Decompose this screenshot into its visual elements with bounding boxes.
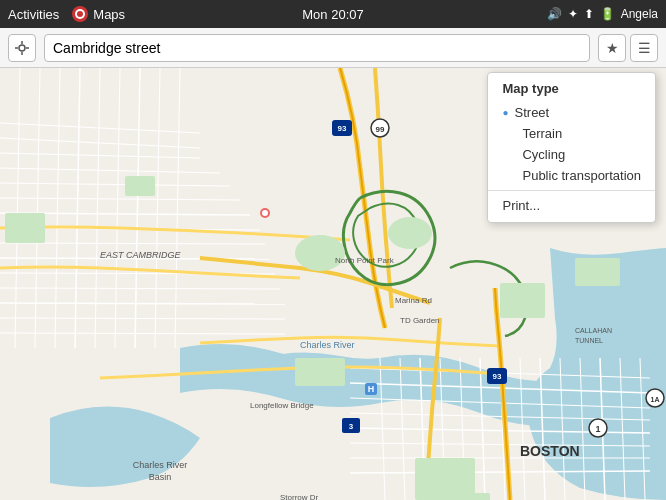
svg-point-58 — [388, 217, 432, 249]
star-icon: ★ — [606, 40, 619, 56]
toolbar: ★ ☰ — [0, 28, 666, 68]
map-type-public-transport[interactable]: Public transportation — [488, 165, 655, 186]
svg-text:H: H — [368, 384, 375, 394]
svg-point-3 — [19, 45, 25, 51]
svg-text:3: 3 — [349, 422, 354, 431]
location-icon — [14, 40, 30, 56]
svg-text:EAST CAMBRIDGE: EAST CAMBRIDGE — [100, 250, 182, 260]
svg-rect-60 — [500, 283, 545, 318]
map-type-menu: Map type Street Terrain Cycling Public t… — [487, 72, 656, 223]
activities-button[interactable]: Activities — [8, 7, 59, 22]
svg-rect-59 — [295, 358, 345, 386]
app-name: Maps — [93, 7, 125, 22]
app-icon — [71, 5, 89, 23]
svg-text:93: 93 — [338, 124, 347, 133]
svg-text:Longfellow Bridge: Longfellow Bridge — [250, 401, 314, 410]
hamburger-icon: ☰ — [638, 40, 651, 56]
svg-text:Storrow Dr: Storrow Dr — [280, 493, 319, 500]
menu-item-label: Cycling — [522, 147, 565, 162]
svg-text:TUNNEL: TUNNEL — [575, 337, 603, 344]
system-tray: 🔊 ✦ ⬆ 🔋 Angela — [547, 7, 658, 21]
print-button[interactable]: Print... — [488, 195, 655, 216]
battery-icon: 🔋 — [600, 7, 615, 21]
map-type-street[interactable]: Street — [488, 102, 655, 123]
clock: Mon 20:07 — [302, 7, 363, 22]
svg-text:North Point Park: North Point Park — [335, 256, 395, 265]
svg-text:TD Garden: TD Garden — [400, 316, 440, 325]
svg-rect-56 — [125, 176, 155, 196]
map-container[interactable]: 93 99 3 1A 20A 93 1 EAST CAMBRIDGE Charl… — [0, 68, 666, 500]
toolbar-right: ★ ☰ — [598, 34, 658, 62]
svg-text:Charles River: Charles River — [133, 460, 188, 470]
svg-point-57 — [295, 235, 345, 271]
svg-text:Marina Rd: Marina Rd — [395, 296, 432, 305]
svg-text:99: 99 — [376, 125, 385, 134]
menu-item-label: Public transportation — [522, 168, 641, 183]
svg-rect-61 — [575, 258, 620, 286]
svg-text:Charles River: Charles River — [300, 340, 355, 350]
svg-text:CALLAHAN: CALLAHAN — [575, 327, 612, 334]
bookmark-button[interactable]: ★ — [598, 34, 626, 62]
topbar: Activities Maps Mon 20:07 🔊 ✦ ⬆ 🔋 Angela — [0, 0, 666, 28]
map-type-terrain[interactable]: Terrain — [488, 123, 655, 144]
search-input[interactable] — [44, 34, 590, 62]
svg-point-96 — [262, 210, 268, 216]
menu-button[interactable]: ☰ — [630, 34, 658, 62]
menu-separator — [488, 190, 655, 191]
map-type-cycling[interactable]: Cycling — [488, 144, 655, 165]
location-button[interactable] — [8, 34, 36, 62]
svg-text:1A: 1A — [651, 396, 660, 403]
svg-text:BOSTON: BOSTON — [520, 443, 580, 459]
menu-item-label: Street — [515, 105, 550, 120]
user-label: Angela — [621, 7, 658, 21]
svg-text:93: 93 — [493, 372, 502, 381]
menu-item-label: Terrain — [522, 126, 562, 141]
svg-rect-63 — [450, 493, 490, 500]
bluetooth-icon: ✦ — [568, 7, 578, 21]
svg-rect-55 — [5, 213, 45, 243]
svg-text:1: 1 — [595, 424, 600, 434]
map-type-title: Map type — [488, 79, 655, 102]
volume-icon: 🔊 — [547, 7, 562, 21]
svg-text:Basin: Basin — [149, 472, 172, 482]
svg-line-21 — [0, 303, 285, 304]
wifi-icon: ⬆ — [584, 7, 594, 21]
svg-point-2 — [77, 11, 83, 17]
